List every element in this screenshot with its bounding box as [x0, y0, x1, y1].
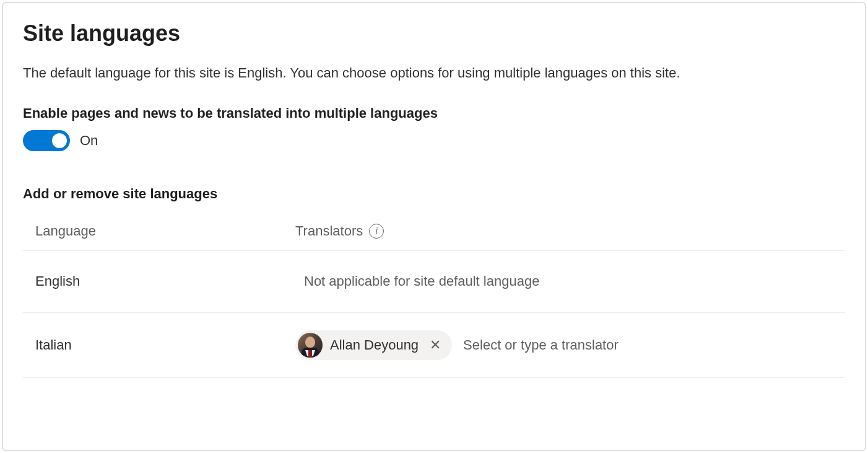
languages-table: Language Translators i English Not appli… — [23, 214, 845, 378]
page-title: Site languages — [23, 20, 845, 46]
table-row: Italian Allan Deyoung ✕ — [23, 313, 845, 378]
column-header-language: Language — [35, 223, 295, 239]
column-header-translators-wrap: Translators i — [295, 223, 833, 239]
translator-input[interactable] — [461, 333, 833, 357]
table-header: Language Translators i — [23, 214, 845, 251]
translators-cell-italian: Allan Deyoung ✕ — [295, 330, 833, 360]
translators-cell-english: Not applicable for site default language — [295, 273, 833, 289]
site-languages-panel: Site languages The default language for … — [2, 2, 866, 451]
toggle-knob — [52, 133, 67, 148]
column-header-translators: Translators — [295, 223, 363, 239]
table-row: English Not applicable for site default … — [23, 251, 845, 313]
translation-toggle[interactable] — [23, 130, 70, 151]
page-description: The default language for this site is En… — [23, 64, 845, 83]
toggle-row: On — [23, 130, 845, 151]
translator-name: Allan Deyoung — [330, 337, 419, 353]
languages-heading: Add or remove site languages — [23, 186, 845, 202]
language-cell-italian: Italian — [35, 337, 295, 353]
translator-chip[interactable]: Allan Deyoung ✕ — [295, 330, 452, 360]
not-applicable-text: Not applicable for site default language — [295, 273, 539, 289]
language-cell-english: English — [35, 273, 295, 289]
avatar — [298, 333, 323, 358]
close-icon[interactable]: ✕ — [426, 338, 445, 352]
info-icon[interactable]: i — [369, 224, 384, 239]
toggle-section-label: Enable pages and news to be translated i… — [23, 105, 845, 121]
toggle-state-label: On — [80, 133, 98, 149]
